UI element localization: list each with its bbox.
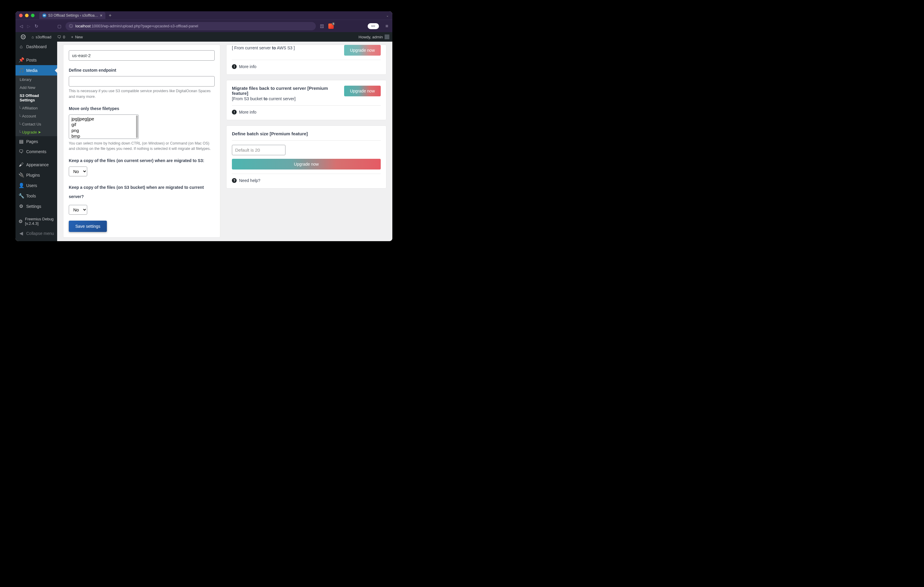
- shield-icon[interactable]: [328, 23, 334, 29]
- wp-admin-bar: W ⌂s3offload 🗨0 +New Howdy, admin: [15, 32, 392, 42]
- keep-copy-server-select[interactable]: No: [69, 205, 87, 215]
- save-settings-button[interactable]: Save settings: [69, 220, 107, 232]
- admin-area: ⌂Dashboard 📌Posts 🎵Media Library Add New…: [15, 42, 392, 241]
- filetypes-label: Move only these filetypes: [69, 106, 214, 111]
- url-path: :10003/wp-admin/upload.php?page=upcasted…: [91, 24, 198, 28]
- settings-card: Define custom endpoint This is necessary…: [63, 44, 220, 238]
- menu-plugins[interactable]: 🔌Plugins: [15, 170, 57, 180]
- filetype-option[interactable]: bmp: [71, 133, 136, 139]
- comment-icon: 🗨: [57, 35, 61, 39]
- submenu-add-new[interactable]: Add New: [15, 84, 57, 92]
- keep-copy-s3-label: Keep a copy of the files (on current ser…: [69, 158, 214, 163]
- gear-icon: ⚙: [18, 219, 23, 224]
- submenu-library[interactable]: Library: [15, 76, 57, 84]
- reload-button[interactable]: ↻: [35, 23, 38, 29]
- url-host: localhost: [75, 24, 91, 28]
- menu-posts[interactable]: 📌Posts: [15, 55, 57, 65]
- info-icon: !: [232, 110, 237, 115]
- need-help[interactable]: ?Need help?: [232, 174, 381, 183]
- pin-icon: 📌: [18, 57, 24, 63]
- submenu-contact[interactable]: Contact Us: [15, 120, 57, 128]
- plus-icon: +: [71, 35, 74, 39]
- upgrade-button-3[interactable]: Upgrade now: [232, 159, 381, 169]
- promo-card-1: [ From current server to AWS S3 ] Upgrad…: [226, 44, 386, 75]
- menu-collapse[interactable]: ◀Collapse menu: [15, 228, 57, 238]
- browser-window: W S3 Offload Settings ‹ s3offloa… × + ⌄ …: [15, 11, 392, 241]
- endpoint-helper: This is necessary if you use S3 compatib…: [69, 88, 214, 100]
- browser-tab[interactable]: W S3 Offload Settings ‹ s3offloa… ×: [39, 12, 106, 19]
- keep-copy-server-label: Keep a copy of the files (on S3 bucket) …: [69, 183, 214, 201]
- menu-settings[interactable]: ⚙Settings: [15, 201, 57, 211]
- brush-icon: 🖌: [18, 162, 24, 168]
- menu-pages[interactable]: ▤Pages: [15, 136, 57, 146]
- site-link[interactable]: ⌂s3offload: [29, 32, 54, 42]
- comments-link[interactable]: 🗨0: [55, 32, 67, 42]
- submenu-upgrade[interactable]: Upgrade: [15, 128, 57, 136]
- avatar: [384, 35, 389, 39]
- back-button[interactable]: ◁: [20, 24, 23, 28]
- comment-icon: 🗨: [18, 149, 24, 155]
- info-icon: !: [232, 64, 237, 69]
- collapse-icon: ◀: [18, 230, 24, 236]
- submenu-affiliation[interactable]: Affiliation: [15, 104, 57, 112]
- wordpress-icon: W: [21, 35, 26, 39]
- promo1-subtitle: [ From current server to AWS S3 ]: [232, 46, 295, 50]
- nav-bar: ◁ ▷ ↻ ▢ ⓘ localhost:10003/wp-admin/uploa…: [15, 20, 392, 32]
- submenu-s3-settings[interactable]: S3 Offload Settings: [15, 92, 57, 104]
- minimize-window-button[interactable]: [25, 14, 28, 17]
- home-icon: ⌂: [31, 35, 34, 39]
- upgrade-button-2[interactable]: Upgrade now: [344, 86, 381, 96]
- wp-logo-menu[interactable]: W: [18, 32, 28, 42]
- menu-dashboard[interactable]: ⌂Dashboard: [15, 42, 57, 52]
- bookmark-icon[interactable]: ▢: [58, 24, 61, 28]
- endpoint-label: Define custom endpoint: [69, 68, 214, 72]
- wrench-icon: 🔧: [18, 193, 24, 199]
- user-icon: 👤: [18, 183, 24, 188]
- menu-freemius[interactable]: ⚙Freemius Debug [v.2.4.3]: [15, 214, 57, 228]
- menu-comments[interactable]: 🗨Comments: [15, 146, 57, 157]
- filetypes-select[interactable]: jpg|jpeg|jpe gif png bmp: [69, 115, 139, 139]
- endpoint-input[interactable]: [69, 76, 214, 87]
- key-icon[interactable]: ⚿: [320, 24, 324, 28]
- new-tab-button[interactable]: +: [107, 13, 113, 18]
- page-icon: ▤: [18, 138, 24, 144]
- lock-icon: ⓘ: [69, 23, 73, 29]
- maximize-window-button[interactable]: [31, 14, 35, 17]
- dashboard-icon: ⌂: [18, 44, 24, 49]
- promo2-title: Migrate files back to current server [Pr…: [232, 86, 340, 96]
- media-submenu: Library Add New S3 Offload Settings Affi…: [15, 76, 57, 136]
- address-bar[interactable]: ⓘ localhost:10003/wp-admin/upload.php?pa…: [66, 22, 316, 30]
- tab-overflow-button[interactable]: ⌄: [386, 14, 389, 18]
- howdy-menu[interactable]: Howdy, admin: [359, 35, 389, 39]
- wordpress-favicon-icon: W: [42, 13, 46, 18]
- submenu-account[interactable]: Account: [15, 112, 57, 120]
- forward-button[interactable]: ▷: [27, 24, 30, 28]
- private-mode-icon[interactable]: 👓: [368, 23, 379, 29]
- menu-users[interactable]: 👤Users: [15, 180, 57, 191]
- admin-sidebar: ⌂Dashboard 📌Posts 🎵Media Library Add New…: [15, 42, 57, 241]
- more-info-1[interactable]: !More info: [232, 60, 381, 69]
- media-icon: 🎵: [18, 67, 24, 73]
- keep-copy-s3-select[interactable]: No: [69, 166, 87, 176]
- browser-menu-button[interactable]: ≡: [386, 23, 388, 29]
- traffic-lights: [19, 14, 35, 17]
- menu-tools[interactable]: 🔧Tools: [15, 191, 57, 201]
- batch-label: Define batch size [Premium feature]: [232, 131, 381, 141]
- region-input[interactable]: [69, 50, 214, 61]
- batch-size-input[interactable]: [232, 145, 285, 155]
- filetypes-helper: You can select more by holding down CTRL…: [69, 141, 214, 152]
- filetype-option[interactable]: jpg|jpeg|jpe: [71, 116, 136, 122]
- content-area: Define custom endpoint This is necessary…: [57, 42, 392, 241]
- question-icon: ?: [232, 178, 237, 183]
- filetype-option[interactable]: png: [71, 128, 136, 133]
- new-content-link[interactable]: +New: [69, 32, 86, 42]
- tab-title: S3 Offload Settings ‹ s3offloa…: [48, 13, 98, 18]
- filetype-option[interactable]: gif: [71, 122, 136, 128]
- tab-bar: W S3 Offload Settings ‹ s3offloa… × +: [39, 11, 113, 20]
- tab-close-icon[interactable]: ×: [100, 13, 102, 18]
- more-info-2[interactable]: !More info: [232, 105, 381, 115]
- close-window-button[interactable]: [19, 14, 23, 17]
- menu-appearance[interactable]: 🖌Appearance: [15, 159, 57, 170]
- upgrade-button-1[interactable]: Upgrade now: [344, 45, 381, 56]
- menu-media[interactable]: 🎵Media: [15, 65, 57, 76]
